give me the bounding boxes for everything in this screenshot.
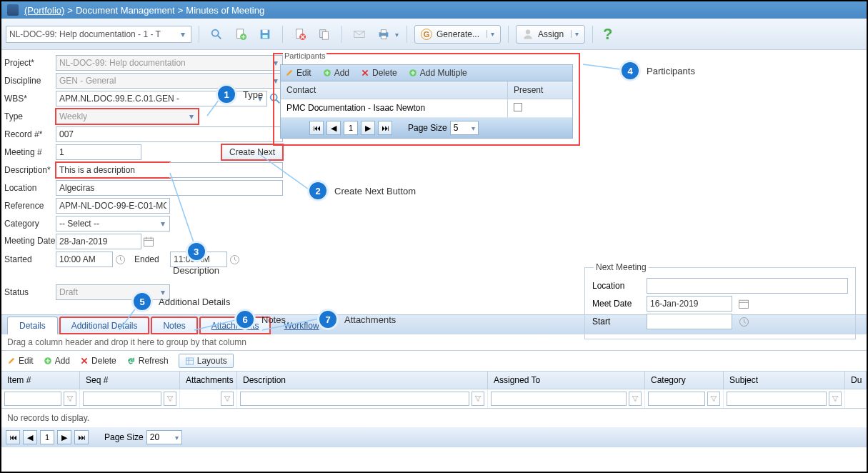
next-meetdate-field[interactable] [647, 296, 732, 312]
chevron-down-icon[interactable]: ▾ [156, 216, 169, 231]
svg-line-1 [218, 35, 221, 39]
filter-icon[interactable] [707, 392, 720, 406]
reference-field[interactable] [56, 198, 170, 214]
description-field[interactable] [56, 162, 170, 178]
participants-edit-button[interactable]: Edit [285, 68, 311, 78]
calendar-icon[interactable] [737, 297, 751, 311]
help-icon[interactable]: ? [603, 25, 612, 44]
col-present[interactable]: Present [508, 81, 572, 99]
participants-delete-button[interactable]: Delete [361, 68, 397, 78]
filter-icon[interactable] [221, 392, 234, 406]
col-du[interactable]: Du [845, 372, 867, 389]
calendar-icon[interactable] [141, 234, 156, 249]
col-subject[interactable]: Subject [724, 372, 845, 389]
started-time-field[interactable] [56, 252, 113, 267]
pager-page[interactable]: 1 [40, 430, 54, 444]
col-seq[interactable]: Seq # [80, 372, 180, 389]
create-next-button[interactable]: Create Next [221, 144, 283, 160]
col-item[interactable]: Item # [1, 372, 80, 389]
generate-g-icon: G [421, 29, 432, 40]
breadcrumb: (Portfolio) > Document Management > Minu… [1, 1, 867, 19]
pager-prev-icon[interactable]: ◀ [23, 430, 37, 444]
delete-doc-icon[interactable] [290, 24, 310, 44]
present-checkbox[interactable] [514, 103, 522, 111]
clock-icon[interactable] [737, 314, 751, 329]
svg-rect-18 [144, 238, 154, 246]
chevron-down-icon: ▾ [178, 29, 188, 39]
pager-page-size[interactable]: 5▾ [450, 121, 479, 135]
col-category[interactable]: Category [645, 372, 724, 389]
meeting-date-field[interactable] [56, 234, 141, 249]
generate-button[interactable]: G Generate... ▾ [414, 25, 501, 44]
chevron-down-icon[interactable]: ▾ [571, 30, 579, 38]
clock-icon[interactable] [227, 252, 241, 267]
participants-add-multiple-button[interactable]: Add Multiple [409, 68, 467, 78]
svg-rect-26 [739, 300, 749, 308]
breadcrumb-minutes[interactable]: Minutes of Meeting [186, 5, 264, 16]
svg-rect-10 [322, 31, 328, 39]
filter-subject[interactable] [727, 392, 827, 406]
pager-next-icon[interactable]: ▶ [361, 121, 375, 135]
meeting-number-field[interactable] [56, 144, 141, 160]
callout-5: 5Additional Details [131, 291, 230, 312]
filter-icon[interactable] [829, 392, 842, 406]
category-field[interactable] [56, 216, 170, 231]
filter-item[interactable] [4, 392, 61, 406]
chevron-down-icon[interactable]: ▾ [185, 109, 198, 124]
assign-button[interactable]: Assign ▾ [516, 25, 585, 44]
filter-icon[interactable] [472, 392, 484, 406]
filter-description[interactable] [240, 392, 469, 406]
callout-3: 3Description [173, 241, 219, 276]
filter-assigned[interactable] [491, 392, 627, 406]
mail-icon[interactable] [349, 24, 369, 44]
tab-additional-details[interactable]: Additional Details [59, 317, 150, 334]
new-doc-icon[interactable] [231, 24, 251, 44]
chevron-down-icon[interactable]: ▾ [487, 30, 494, 38]
pager-first-icon[interactable]: ⏮ [309, 121, 324, 135]
pager-last-icon[interactable]: ⏭ [74, 430, 89, 444]
breadcrumb-portfolio[interactable]: (Portfolio) [24, 5, 64, 16]
col-contact[interactable]: Contact [281, 81, 508, 99]
pager-prev-icon[interactable]: ◀ [326, 121, 341, 135]
type-field[interactable] [56, 109, 199, 124]
filter-icon[interactable] [629, 392, 642, 406]
grid-edit-button[interactable]: Edit [7, 356, 34, 366]
grid-pager: ⏮ ◀ 1 ▶ ⏭ Page Size 20▾ [1, 427, 867, 447]
next-location-field[interactable] [647, 278, 848, 294]
grid-refresh-button[interactable]: Refresh [126, 356, 169, 366]
grid-filter-row [1, 389, 867, 409]
col-description[interactable]: Description [237, 372, 488, 389]
grid-delete-button[interactable]: Delete [80, 356, 116, 366]
record-number-field[interactable] [56, 126, 283, 142]
grid-layouts-button[interactable]: Layouts [179, 354, 234, 368]
location-field[interactable] [56, 180, 283, 196]
next-start-field[interactable] [647, 314, 732, 329]
pager-page-size[interactable]: 20▾ [146, 430, 182, 444]
col-attachments[interactable]: Attachments [180, 372, 237, 389]
clock-icon[interactable] [113, 252, 127, 267]
pager-next-icon[interactable]: ▶ [57, 430, 71, 444]
participant-row[interactable]: PMC Documentation - Isaac Newton [281, 99, 572, 118]
col-assigned-to[interactable]: Assigned To [488, 372, 645, 389]
search-icon[interactable] [206, 24, 226, 44]
pager-page[interactable]: 1 [344, 121, 358, 135]
filter-category[interactable] [648, 392, 705, 406]
breadcrumb-docmgmt[interactable]: Document Management [76, 5, 175, 16]
save-icon[interactable] [255, 24, 275, 44]
svg-rect-13 [381, 29, 386, 33]
grid-header: Item # Seq # Attachments Description Ass… [1, 372, 867, 389]
project-field [56, 55, 283, 71]
grid-add-button[interactable]: Add [44, 356, 70, 366]
copy-icon[interactable] [314, 24, 334, 44]
tab-notes[interactable]: Notes [151, 317, 197, 334]
tab-details[interactable]: Details [7, 317, 58, 334]
print-icon[interactable]: ▾ [374, 24, 394, 44]
participants-add-button[interactable]: Add [323, 68, 349, 78]
description-field-ext[interactable] [169, 162, 283, 178]
document-selector[interactable]: NL-DOC-99: Help documentation - 1 - T▾ [6, 26, 191, 43]
filter-seq[interactable] [83, 392, 161, 406]
filter-icon[interactable] [64, 392, 76, 406]
pager-last-icon[interactable]: ⏭ [378, 121, 392, 135]
pager-first-icon[interactable]: ⏮ [6, 430, 20, 444]
filter-icon[interactable] [164, 392, 176, 406]
